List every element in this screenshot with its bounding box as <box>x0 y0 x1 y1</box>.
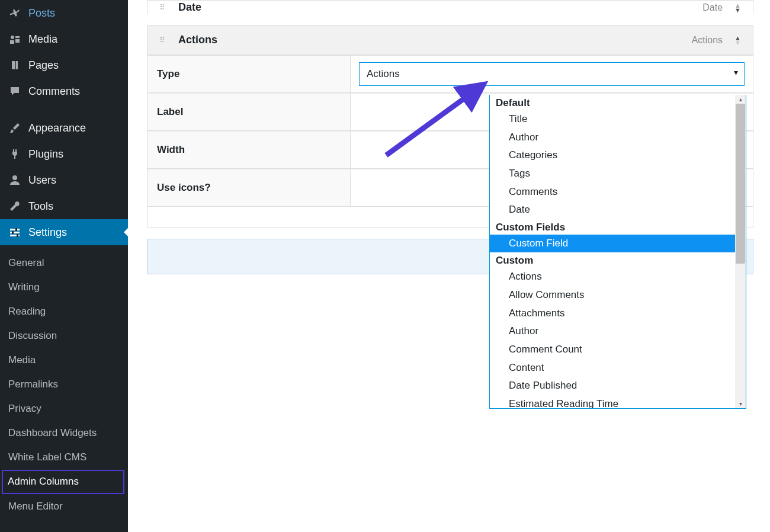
dropdown-item[interactable]: Comments <box>490 183 735 201</box>
svg-point-0 <box>11 36 14 39</box>
column-right-label: Actions <box>692 35 723 46</box>
menu-item-posts[interactable]: Posts <box>0 0 128 26</box>
label-label: Label <box>147 94 351 130</box>
submenu-item-white-label-cms[interactable]: White Label CMS <box>0 446 128 470</box>
wrench-icon <box>8 200 21 213</box>
drag-handle-icon[interactable]: ⠿ <box>159 5 168 11</box>
column-row-date-peek: ⠿ Date Date ▲▼ <box>147 0 753 14</box>
comment-icon <box>8 85 21 98</box>
pin-icon <box>8 7 21 20</box>
column-title: Date <box>178 1 702 14</box>
svg-rect-5 <box>10 232 20 233</box>
submenu-item-admin-columns[interactable]: Admin Columns <box>2 470 124 494</box>
brush-icon <box>8 121 21 134</box>
menu-item-appearance[interactable]: Appearance <box>0 115 128 141</box>
label-use-icons: Use icons? <box>147 169 351 206</box>
type-dropdown: DefaultTitleAuthorCategoriesTagsComments… <box>489 95 746 409</box>
menu-label: Media <box>28 33 57 46</box>
label-width: Width <box>147 132 351 168</box>
menu-item-plugins[interactable]: Plugins <box>0 141 128 167</box>
dropdown-item[interactable]: Author <box>490 322 735 341</box>
submenu-item-permalinks[interactable]: Permalinks <box>0 373 128 397</box>
menu-item-settings[interactable]: Settings <box>0 219 128 245</box>
menu-item-tools[interactable]: Tools <box>0 193 128 219</box>
submenu-item-media[interactable]: Media <box>0 348 128 373</box>
media-icon <box>8 33 21 46</box>
submenu-item-reading[interactable]: Reading <box>0 300 128 324</box>
dropdown-group: Custom <box>490 252 735 268</box>
svg-rect-9 <box>17 234 18 237</box>
submenu-item-writing[interactable]: Writing <box>0 275 128 300</box>
dropdown-item[interactable]: Content <box>490 359 735 377</box>
column-right-label: Date <box>702 2 723 13</box>
content-area: ⠿ Date Date ▲▼ ⠿ Actions Actions ▲▼ Type… <box>128 0 770 532</box>
menu-label: Settings <box>28 226 67 239</box>
menu-label: Posts <box>28 7 55 20</box>
svg-rect-2 <box>16 61 18 69</box>
svg-rect-1 <box>12 61 15 69</box>
sort-indicator-icon[interactable]: ▲▼ <box>734 3 741 12</box>
dropdown-item[interactable]: Custom Field <box>490 235 735 253</box>
svg-point-3 <box>12 175 17 180</box>
dropdown-item[interactable]: Author <box>490 129 735 147</box>
dropdown-scrollbar[interactable] <box>735 95 746 408</box>
dropdown-group: Default <box>490 95 735 110</box>
menu-label: Pages <box>28 59 59 72</box>
svg-rect-4 <box>10 229 20 230</box>
menu-item-users[interactable]: Users <box>0 167 128 193</box>
menu-item-comments[interactable]: Comments <box>0 78 128 104</box>
menu-label: Tools <box>28 200 53 213</box>
row-type: Type Actions <box>147 55 753 93</box>
menu-label: Users <box>28 174 56 187</box>
svg-rect-7 <box>15 228 17 231</box>
dropdown-item[interactable]: Actions <box>490 268 735 286</box>
menu-label: Comments <box>28 85 80 98</box>
submenu-item-dashboard-widgets[interactable]: Dashboard Widgets <box>0 421 128 446</box>
page-icon <box>8 59 21 72</box>
menu-label: Appearance <box>28 122 86 134</box>
dropdown-item[interactable]: Comment Count <box>490 341 735 359</box>
dropdown-item[interactable]: Attachments <box>490 305 735 323</box>
submenu-item-menu-editor[interactable]: Menu Editor <box>0 495 128 519</box>
submenu-item-privacy[interactable]: Privacy <box>0 397 128 421</box>
type-select[interactable]: Actions <box>359 62 745 86</box>
label-type: Type <box>147 56 351 92</box>
svg-rect-8 <box>12 231 14 234</box>
plug-icon <box>8 148 21 161</box>
sliders-icon <box>8 226 21 239</box>
column-row-actions[interactable]: ⠿ Actions Actions ▲▼ <box>147 25 753 55</box>
admin-sidebar: PostsMediaPagesCommentsAppearancePlugins… <box>0 0 128 532</box>
dropdown-group: Custom Fields <box>490 219 735 235</box>
menu-item-media[interactable]: Media <box>0 26 128 52</box>
dropdown-item[interactable]: Allow Comments <box>490 286 735 305</box>
dropdown-item[interactable]: Estimated Reading Time <box>490 395 735 408</box>
menu-item-pages[interactable]: Pages <box>0 52 128 78</box>
scrollbar-thumb[interactable] <box>736 104 745 264</box>
submenu-item-general[interactable]: General <box>0 251 128 275</box>
dropdown-item[interactable]: Categories <box>490 146 735 165</box>
column-title: Actions <box>178 34 692 46</box>
dropdown-item[interactable]: Date <box>490 201 735 219</box>
submenu-item-discussion[interactable]: Discussion <box>0 324 128 348</box>
user-icon <box>8 174 21 187</box>
sort-indicator-icon[interactable]: ▲▼ <box>734 36 741 45</box>
dropdown-item[interactable]: Tags <box>490 165 735 183</box>
dropdown-item[interactable]: Date Published <box>490 377 735 395</box>
menu-label: Plugins <box>28 148 63 161</box>
drag-handle-icon[interactable]: ⠿ <box>159 37 168 43</box>
settings-submenu: GeneralWritingReadingDiscussionMediaPerm… <box>0 245 128 525</box>
dropdown-item[interactable]: Title <box>490 110 735 129</box>
